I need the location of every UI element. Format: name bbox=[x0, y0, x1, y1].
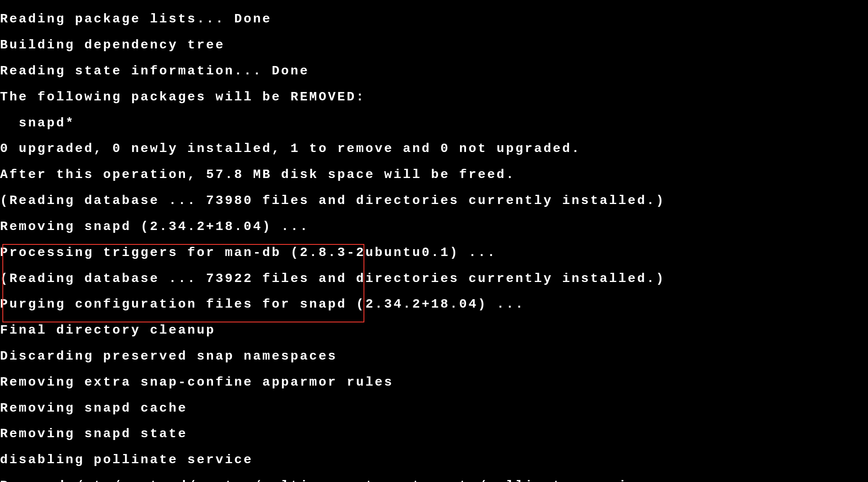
terminal-line: Purging configuration files for snapd (2… bbox=[0, 298, 868, 311]
terminal-line: After this operation, 57.8 MB disk space… bbox=[0, 168, 868, 181]
terminal-line: 0 upgraded, 0 newly installed, 1 to remo… bbox=[0, 142, 868, 155]
terminal-line: Reading state information... Done bbox=[0, 65, 868, 78]
terminal-line: Processing triggers for man-db (2.8.3-2u… bbox=[0, 246, 868, 259]
terminal-line: The following packages will be REMOVED: bbox=[0, 91, 868, 104]
terminal-line: Final directory cleanup bbox=[0, 324, 868, 337]
terminal-line: disabling pollinate service bbox=[0, 454, 868, 466]
terminal-line: Removing snapd state bbox=[0, 428, 868, 440]
terminal-line: Removing extra snap-confine apparmor rul… bbox=[0, 376, 868, 389]
terminal-line: Reading package lists... Done bbox=[0, 13, 868, 26]
terminal-line: (Reading database ... 73980 files and di… bbox=[0, 194, 868, 207]
terminal-line: snapd* bbox=[0, 117, 868, 130]
terminal-line: Removing snapd cache bbox=[0, 402, 868, 415]
terminal-line: Building dependency tree bbox=[0, 39, 868, 52]
terminal-output[interactable]: Reading package lists... Done Building d… bbox=[0, 0, 868, 482]
terminal-line: Removing snapd (2.34.2+18.04) ... bbox=[0, 220, 868, 233]
terminal-line: Removed /etc/systemd/system/multi-user.t… bbox=[0, 480, 868, 482]
terminal-line: (Reading database ... 73922 files and di… bbox=[0, 272, 868, 285]
terminal-line: Discarding preserved snap namespaces bbox=[0, 350, 868, 363]
